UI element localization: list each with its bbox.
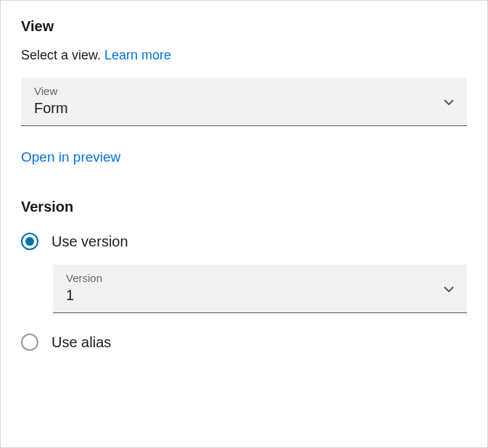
use-alias-option[interactable]: Use alias: [21, 333, 467, 351]
view-heading: View: [21, 18, 467, 35]
helper-text: Select a view.: [21, 48, 104, 62]
open-in-preview-link[interactable]: Open in preview: [21, 149, 120, 165]
version-radio-group: Use version Version 1 Use alias: [21, 233, 467, 351]
use-version-radio[interactable]: [21, 233, 38, 250]
version-heading: Version: [21, 199, 467, 215]
view-select-label: View: [34, 85, 454, 97]
view-select-value: Form: [34, 100, 454, 117]
use-version-label: Use version: [51, 233, 128, 250]
use-alias-label: Use alias: [51, 334, 111, 351]
use-version-option[interactable]: Use version: [21, 233, 467, 250]
chevron-down-icon: [444, 282, 454, 295]
version-select-value: 1: [66, 287, 454, 304]
version-select[interactable]: Version 1: [53, 265, 467, 313]
view-select[interactable]: View Form: [21, 78, 467, 126]
chevron-down-icon: [444, 95, 454, 108]
learn-more-link[interactable]: Learn more: [104, 48, 171, 62]
version-select-label: Version: [66, 272, 454, 284]
view-helper-text: Select a view. Learn more: [21, 48, 467, 63]
use-alias-radio[interactable]: [21, 333, 38, 351]
settings-panel: View Select a view. Learn more View Form…: [0, 0, 488, 448]
